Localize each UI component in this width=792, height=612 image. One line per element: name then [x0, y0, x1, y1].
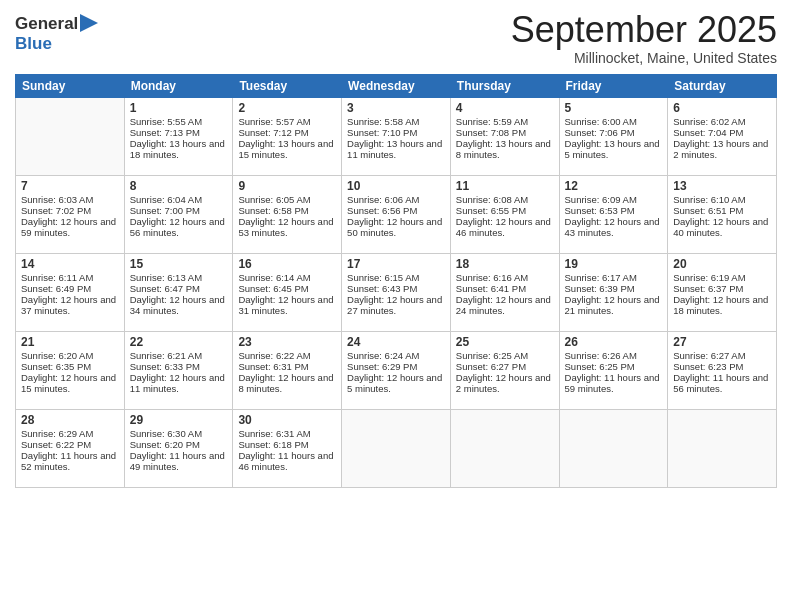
day-number: 16 [238, 257, 336, 271]
sunrise-text: Sunrise: 6:26 AM [565, 350, 663, 361]
day-number: 23 [238, 335, 336, 349]
day-number: 24 [347, 335, 445, 349]
table-row: 10Sunrise: 6:06 AMSunset: 6:56 PMDayligh… [342, 175, 451, 253]
sunrise-text: Sunrise: 6:25 AM [456, 350, 554, 361]
daylight-text: Daylight: 12 hours and 18 minutes. [673, 294, 771, 316]
table-row: 17Sunrise: 6:15 AMSunset: 6:43 PMDayligh… [342, 253, 451, 331]
sunset-text: Sunset: 6:31 PM [238, 361, 336, 372]
sunset-text: Sunset: 6:55 PM [456, 205, 554, 216]
sunset-text: Sunset: 6:25 PM [565, 361, 663, 372]
table-row: 1Sunrise: 5:55 AMSunset: 7:13 PMDaylight… [124, 97, 233, 175]
page: General Blue September 2025 Millinocket,… [0, 0, 792, 612]
sunset-text: Sunset: 6:23 PM [673, 361, 771, 372]
daylight-text: Daylight: 12 hours and 43 minutes. [565, 216, 663, 238]
day-number: 21 [21, 335, 119, 349]
daylight-text: Daylight: 12 hours and 53 minutes. [238, 216, 336, 238]
daylight-text: Daylight: 12 hours and 31 minutes. [238, 294, 336, 316]
header-sunday: Sunday [16, 74, 125, 97]
table-row: 3Sunrise: 5:58 AMSunset: 7:10 PMDaylight… [342, 97, 451, 175]
sunrise-text: Sunrise: 6:24 AM [347, 350, 445, 361]
table-row: 29Sunrise: 6:30 AMSunset: 6:20 PMDayligh… [124, 409, 233, 487]
table-row: 24Sunrise: 6:24 AMSunset: 6:29 PMDayligh… [342, 331, 451, 409]
daylight-text: Daylight: 11 hours and 56 minutes. [673, 372, 771, 394]
table-row [342, 409, 451, 487]
sunrise-text: Sunrise: 6:29 AM [21, 428, 119, 439]
table-row [450, 409, 559, 487]
table-row: 30Sunrise: 6:31 AMSunset: 6:18 PMDayligh… [233, 409, 342, 487]
table-row: 11Sunrise: 6:08 AMSunset: 6:55 PMDayligh… [450, 175, 559, 253]
daylight-text: Daylight: 12 hours and 34 minutes. [130, 294, 228, 316]
logo: General Blue [15, 14, 98, 54]
table-row: 5Sunrise: 6:00 AMSunset: 7:06 PMDaylight… [559, 97, 668, 175]
sunset-text: Sunset: 6:18 PM [238, 439, 336, 450]
calendar-week-row: 14Sunrise: 6:11 AMSunset: 6:49 PMDayligh… [16, 253, 777, 331]
day-number: 9 [238, 179, 336, 193]
day-number: 18 [456, 257, 554, 271]
sunset-text: Sunset: 6:22 PM [21, 439, 119, 450]
daylight-text: Daylight: 12 hours and 46 minutes. [456, 216, 554, 238]
sunrise-text: Sunrise: 6:27 AM [673, 350, 771, 361]
day-number: 1 [130, 101, 228, 115]
sunset-text: Sunset: 7:10 PM [347, 127, 445, 138]
calendar-week-row: 28Sunrise: 6:29 AMSunset: 6:22 PMDayligh… [16, 409, 777, 487]
sunset-text: Sunset: 7:13 PM [130, 127, 228, 138]
day-number: 15 [130, 257, 228, 271]
day-number: 27 [673, 335, 771, 349]
table-row: 14Sunrise: 6:11 AMSunset: 6:49 PMDayligh… [16, 253, 125, 331]
daylight-text: Daylight: 13 hours and 5 minutes. [565, 138, 663, 160]
sunrise-text: Sunrise: 5:58 AM [347, 116, 445, 127]
calendar-week-row: 1Sunrise: 5:55 AMSunset: 7:13 PMDaylight… [16, 97, 777, 175]
table-row: 19Sunrise: 6:17 AMSunset: 6:39 PMDayligh… [559, 253, 668, 331]
header-monday: Monday [124, 74, 233, 97]
sunrise-text: Sunrise: 6:04 AM [130, 194, 228, 205]
sunrise-text: Sunrise: 6:00 AM [565, 116, 663, 127]
daylight-text: Daylight: 13 hours and 8 minutes. [456, 138, 554, 160]
sunrise-text: Sunrise: 6:05 AM [238, 194, 336, 205]
sunset-text: Sunset: 6:51 PM [673, 205, 771, 216]
sunset-text: Sunset: 6:39 PM [565, 283, 663, 294]
daylight-text: Daylight: 12 hours and 21 minutes. [565, 294, 663, 316]
sunset-text: Sunset: 6:49 PM [21, 283, 119, 294]
sunrise-text: Sunrise: 6:08 AM [456, 194, 554, 205]
table-row: 7Sunrise: 6:03 AMSunset: 7:02 PMDaylight… [16, 175, 125, 253]
month-title: September 2025 [511, 10, 777, 50]
daylight-text: Daylight: 12 hours and 15 minutes. [21, 372, 119, 394]
daylight-text: Daylight: 11 hours and 59 minutes. [565, 372, 663, 394]
sunrise-text: Sunrise: 6:06 AM [347, 194, 445, 205]
sunrise-text: Sunrise: 6:15 AM [347, 272, 445, 283]
sunrise-text: Sunrise: 6:14 AM [238, 272, 336, 283]
sunrise-text: Sunrise: 5:55 AM [130, 116, 228, 127]
daylight-text: Daylight: 13 hours and 2 minutes. [673, 138, 771, 160]
table-row: 16Sunrise: 6:14 AMSunset: 6:45 PMDayligh… [233, 253, 342, 331]
sunrise-text: Sunrise: 6:13 AM [130, 272, 228, 283]
table-row: 26Sunrise: 6:26 AMSunset: 6:25 PMDayligh… [559, 331, 668, 409]
day-number: 25 [456, 335, 554, 349]
header-friday: Friday [559, 74, 668, 97]
day-number: 12 [565, 179, 663, 193]
daylight-text: Daylight: 12 hours and 5 minutes. [347, 372, 445, 394]
daylight-text: Daylight: 13 hours and 15 minutes. [238, 138, 336, 160]
day-number: 2 [238, 101, 336, 115]
table-row: 18Sunrise: 6:16 AMSunset: 6:41 PMDayligh… [450, 253, 559, 331]
calendar-week-row: 21Sunrise: 6:20 AMSunset: 6:35 PMDayligh… [16, 331, 777, 409]
daylight-text: Daylight: 13 hours and 11 minutes. [347, 138, 445, 160]
day-number: 22 [130, 335, 228, 349]
day-number: 4 [456, 101, 554, 115]
sunset-text: Sunset: 6:41 PM [456, 283, 554, 294]
daylight-text: Daylight: 12 hours and 2 minutes. [456, 372, 554, 394]
sunset-text: Sunset: 6:37 PM [673, 283, 771, 294]
title-block: September 2025 Millinocket, Maine, Unite… [511, 10, 777, 66]
sunrise-text: Sunrise: 6:31 AM [238, 428, 336, 439]
sunrise-text: Sunrise: 6:20 AM [21, 350, 119, 361]
header-tuesday: Tuesday [233, 74, 342, 97]
day-number: 6 [673, 101, 771, 115]
daylight-text: Daylight: 11 hours and 49 minutes. [130, 450, 228, 472]
logo-icon [80, 14, 98, 32]
day-number: 19 [565, 257, 663, 271]
daylight-text: Daylight: 12 hours and 50 minutes. [347, 216, 445, 238]
calendar: Sunday Monday Tuesday Wednesday Thursday… [15, 74, 777, 488]
day-number: 17 [347, 257, 445, 271]
table-row: 23Sunrise: 6:22 AMSunset: 6:31 PMDayligh… [233, 331, 342, 409]
sunset-text: Sunset: 6:53 PM [565, 205, 663, 216]
header-saturday: Saturday [668, 74, 777, 97]
